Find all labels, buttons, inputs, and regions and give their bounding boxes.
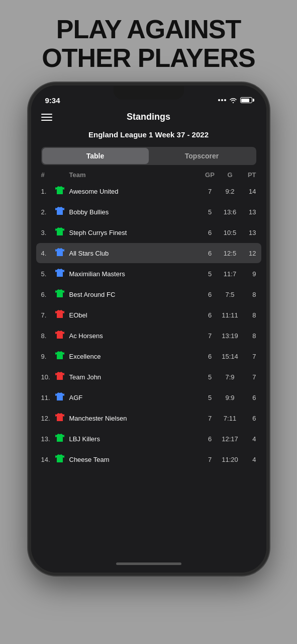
team-rank: 9. — [41, 353, 55, 360]
team-rank: 4. — [41, 250, 55, 257]
team-g: 9:2 — [219, 188, 241, 195]
league-title: England League 1 Week 37 - 2022 — [31, 126, 266, 143]
team-name: All Stars Club — [69, 250, 201, 257]
team-gp: 7 — [201, 415, 219, 422]
team-g: 7:5 — [219, 291, 241, 298]
team-gp: 6 — [201, 435, 219, 443]
team-row: 8. Ac Horsens 7 13:19 8 — [36, 326, 261, 346]
team-row: 13. LBJ Killers 6 12:17 4 — [36, 429, 261, 449]
team-g: 10:5 — [219, 229, 241, 236]
team-jersey — [55, 331, 69, 341]
team-name: Steph Currys Finest — [69, 229, 201, 236]
team-jersey — [55, 351, 69, 361]
phone-device: 9:34 Stand — [28, 83, 269, 576]
team-gp: 6 — [201, 291, 219, 298]
team-row: 5. Maximilian Masters 5 11:7 9 — [36, 264, 261, 284]
team-g: 15:14 — [219, 353, 241, 360]
team-name: LBJ Killers — [69, 435, 201, 443]
team-rank: 12. — [41, 415, 55, 422]
headline: PLAY AGAINST OTHER PLAYERS — [32, 0, 265, 83]
team-g: 9:9 — [219, 394, 241, 401]
team-pt: 13 — [241, 229, 256, 236]
wifi-icon — [229, 97, 237, 103]
team-jersey — [55, 227, 69, 237]
team-rank: 8. — [41, 332, 55, 340]
header-pt: PT — [241, 171, 256, 179]
team-gp: 6 — [201, 353, 219, 360]
team-row: 3. Steph Currys Finest 6 10:5 13 — [36, 222, 261, 243]
signal-icon — [218, 99, 226, 101]
team-row: 6. Best Around FC 6 7:5 8 — [36, 284, 261, 304]
team-row: 7. EObel 6 11:11 8 — [36, 305, 261, 325]
team-name: EObel — [69, 311, 201, 319]
team-row: 12. Manchester Nielsen 7 7:11 6 — [36, 408, 261, 428]
phone-screen: 9:34 Stand — [31, 86, 266, 573]
team-rank: 13. — [41, 435, 55, 443]
header-gp: GP — [201, 171, 219, 179]
team-pt: 7 — [241, 353, 256, 360]
status-time: 9:34 — [45, 96, 60, 105]
team-row: 2. Bobby Bullies 5 13:6 13 — [36, 202, 261, 222]
team-rank: 1. — [41, 188, 55, 195]
team-jersey — [55, 413, 69, 423]
team-row: 10. Team John 5 7:9 7 — [36, 367, 261, 387]
team-rank: 3. — [41, 229, 55, 236]
table-header: # Team GP G PT — [31, 169, 266, 181]
team-jersey — [55, 186, 69, 196]
team-rank: 10. — [41, 373, 55, 381]
team-pt: 6 — [241, 415, 256, 422]
team-gp: 5 — [201, 208, 219, 216]
team-name: Excellence — [69, 353, 201, 360]
standings-list: 1. Awesome United 7 9:2 14 2. Bobby Bull… — [31, 181, 266, 557]
team-g: 11:7 — [219, 270, 241, 278]
hamburger-menu[interactable] — [41, 114, 52, 121]
home-indicator — [31, 557, 266, 573]
team-g: 13:6 — [219, 208, 241, 216]
team-rank: 11. — [41, 394, 55, 401]
team-rank: 6. — [41, 291, 55, 298]
team-row: 4. All Stars Club 6 12:5 12 — [36, 243, 261, 263]
team-jersey — [55, 269, 69, 279]
team-name: Manchester Nielsen — [69, 415, 201, 422]
team-pt: 6 — [241, 394, 256, 401]
team-gp: 6 — [201, 229, 219, 236]
team-gp: 6 — [201, 311, 219, 319]
team-row: 9. Excellence 6 15:14 7 — [36, 346, 261, 366]
team-pt: 7 — [241, 373, 256, 381]
team-gp: 7 — [201, 332, 219, 340]
team-gp: 7 — [201, 188, 219, 195]
team-pt: 8 — [241, 311, 256, 319]
team-g: 12:5 — [219, 250, 241, 257]
nav-bar: Standings — [31, 108, 266, 126]
team-gp: 5 — [201, 270, 219, 278]
team-pt: 8 — [241, 291, 256, 298]
team-pt: 9 — [241, 270, 256, 278]
team-name: Cheese Team — [69, 456, 201, 463]
team-name: Ac Horsens — [69, 332, 201, 340]
team-g: 11:11 — [219, 311, 241, 319]
team-pt: 12 — [241, 250, 256, 257]
nav-title: Standings — [127, 112, 170, 122]
headline-line2: OTHER PLAYERS — [42, 43, 255, 72]
team-row: 1. Awesome United 7 9:2 14 — [36, 181, 261, 201]
team-pt: 13 — [241, 208, 256, 216]
team-name: Team John — [69, 373, 201, 381]
tab-table[interactable]: Table — [42, 148, 149, 164]
team-pt: 14 — [241, 188, 256, 195]
team-pt: 8 — [241, 332, 256, 340]
team-jersey — [55, 207, 69, 217]
header-rank: # — [41, 171, 55, 179]
team-name: Bobby Bullies — [69, 208, 201, 216]
team-pt: 4 — [241, 456, 256, 463]
team-jersey — [55, 248, 69, 258]
team-pt: 4 — [241, 435, 256, 443]
headline-line1: PLAY AGAINST — [56, 15, 241, 44]
team-jersey — [55, 392, 69, 403]
home-bar — [116, 562, 181, 565]
team-g: 13:19 — [219, 332, 241, 340]
tab-topscorer[interactable]: Topscorer — [149, 148, 255, 164]
team-rank: 7. — [41, 311, 55, 319]
header-g: G — [219, 171, 241, 179]
team-jersey — [55, 434, 69, 444]
header-team: Team — [69, 171, 201, 179]
